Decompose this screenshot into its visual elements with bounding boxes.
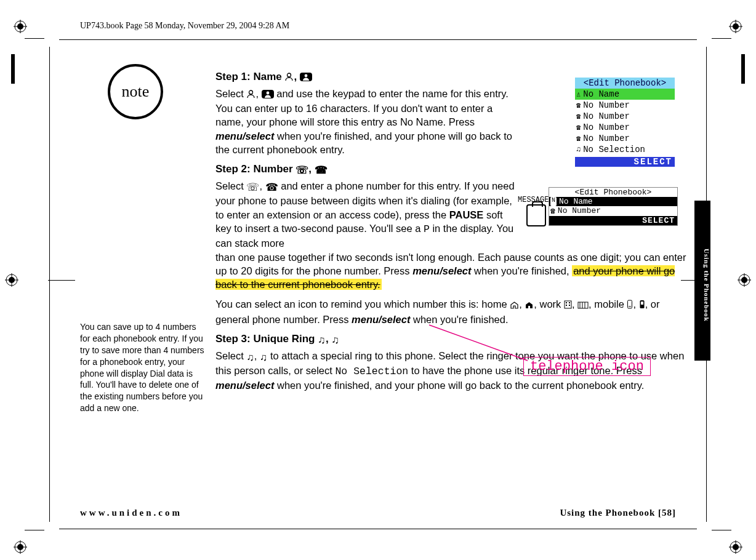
- color-bar: [741, 54, 745, 84]
- page-frame: UP743.book Page 58 Monday, November 29, …: [49, 31, 707, 534]
- building-wide-icon: [577, 298, 589, 312]
- person-inverse-icon: [300, 71, 312, 86]
- step-1-body: Select , and use the keypad to enter the…: [215, 87, 517, 156]
- mobile-outline-icon: [627, 298, 633, 312]
- page: UP743.book Page 58 Monday, November 29, …: [0, 0, 756, 560]
- telephone-solid-icon: ☎: [265, 180, 278, 194]
- svg-point-29: [266, 92, 269, 95]
- svg-point-27: [249, 90, 253, 94]
- section-tab: Using the Phonebook: [694, 201, 710, 361]
- menu-select-label: menu/select: [215, 130, 274, 142]
- registration-mark-icon: [5, 273, 18, 287]
- music-note-solid-icon: ♫: [260, 350, 267, 364]
- registration-mark-icon: [738, 273, 751, 287]
- registration-mark-icon: [729, 540, 742, 554]
- step-2-body: Select ☏, ☎ and enter a phone number for…: [215, 179, 690, 291]
- note-badge: note: [108, 64, 163, 119]
- svg-point-26: [304, 74, 307, 78]
- menu-select-label: menu/select: [215, 380, 274, 391]
- svg-rect-33: [566, 305, 567, 306]
- page-footer: www.uniden.com Using the Phonebook [58]: [80, 508, 676, 518]
- running-head: UP743.book Page 58 Monday, November 29, …: [80, 21, 289, 31]
- footer-url: www.uniden.com: [80, 508, 182, 518]
- menu-select-label: menu/select: [352, 314, 410, 325]
- step-2-heading: Step 2: Number ☏, ☎: [215, 162, 690, 178]
- step-2-icons-body: You can select an icon to remind you whi…: [215, 297, 690, 326]
- music-note-solid-icon: ♫: [331, 334, 339, 348]
- svg-rect-34: [569, 305, 570, 306]
- building-outline-icon: [564, 298, 572, 312]
- mobile-solid-icon: [639, 298, 645, 312]
- person-inverse-icon: [262, 88, 274, 102]
- telephone-outline-icon: ☏: [296, 164, 308, 178]
- menu-select-label: menu/select: [412, 265, 471, 276]
- svg-rect-39: [628, 300, 632, 308]
- telephone-solid-icon: ☎: [315, 164, 328, 178]
- registration-mark-icon: [729, 20, 742, 33]
- registration-mark-icon: [14, 540, 27, 554]
- registration-mark-icon: [14, 20, 27, 33]
- person-outline-icon: [246, 88, 255, 102]
- person-outline-icon: [284, 71, 294, 86]
- music-note-outline-icon: ♫: [318, 334, 326, 348]
- footer-page-number: [58]: [658, 508, 676, 518]
- home-outline-icon: [510, 298, 519, 312]
- music-note-outline-icon: ♫: [246, 350, 254, 364]
- svg-line-43: [429, 325, 528, 361]
- svg-point-24: [288, 73, 291, 77]
- no-selection-label: No Selection: [335, 366, 408, 377]
- pause-char: P: [424, 223, 430, 235]
- svg-rect-42: [641, 302, 643, 305]
- footer-section: Using the Phonebook: [560, 508, 658, 518]
- svg-rect-31: [566, 302, 567, 303]
- callout-label: telephone icon: [523, 357, 651, 376]
- pause-label: PAUSE: [449, 209, 484, 220]
- svg-rect-30: [565, 301, 571, 308]
- step-1-heading: Step 1: Name ,: [215, 70, 690, 86]
- svg-rect-32: [569, 302, 570, 303]
- home-solid-icon: [525, 298, 534, 312]
- color-bar: [11, 54, 15, 84]
- sidebar-note: You can save up to 4 numbers for each ph…: [80, 321, 206, 414]
- svg-rect-35: [578, 302, 588, 308]
- telephone-outline-icon: ☏: [246, 180, 259, 194]
